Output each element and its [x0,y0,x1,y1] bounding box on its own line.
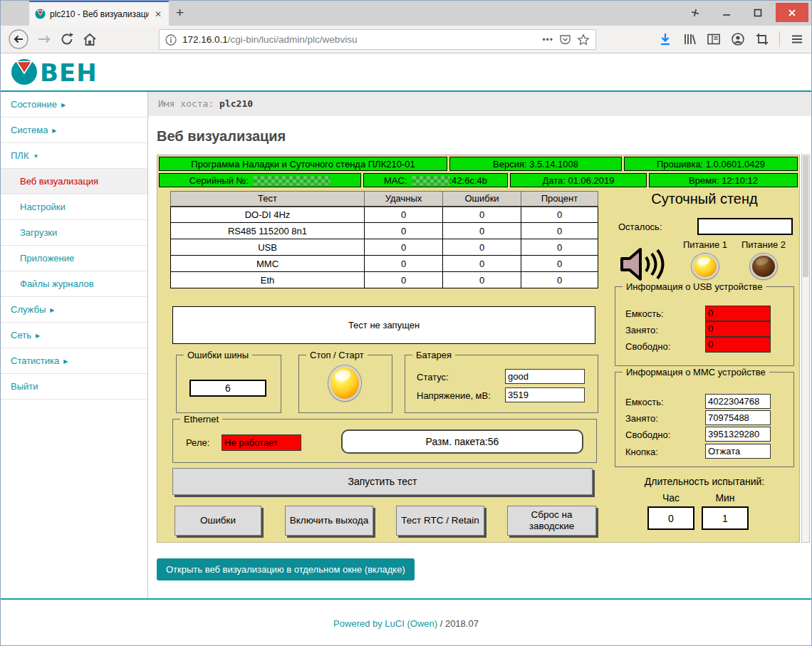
reload-button[interactable] [59,31,75,47]
sidebar-item-downloads[interactable]: Загрузки [1,220,147,246]
sidebar-item-webvisu[interactable]: Веб визуализация [1,169,147,194]
bookmark-star-icon[interactable] [577,33,590,46]
usb-free-field: 0 [705,337,771,353]
remaining-field[interactable] [697,218,793,235]
hostname-value: plc210 [219,98,253,109]
site-header: ВЕН [1,53,811,92]
window-maximize-button[interactable] [744,3,771,22]
bus-errors-legend: Ошибки шины [184,350,252,360]
owen-logo: ВЕН [11,58,107,85]
window-close-button[interactable] [776,3,808,22]
duration-min-label: Мин [703,492,747,504]
table-row: Eth 0 0 0 [171,272,598,288]
chevron-icon: ▶ [52,127,56,134]
factory-reset-button[interactable]: Сброс на заводские [507,506,596,536]
sidebars-button[interactable] [707,32,721,46]
usb-free-label: Свободно: [625,341,670,352]
col-header-percent: Процент [521,192,598,207]
test-table: Тест Удачных Ошибки Процент DO-DI 4Hz 0 … [170,191,598,288]
powered-by-link[interactable]: Powered by LuCI (Owen) [333,618,437,629]
page-content: Имя хоста: plc210 Веб визуализация Прогр… [148,92,811,598]
sidebar-item-services[interactable]: Службы▶ [1,297,147,323]
mmc-capacity-field: 4022304768 [705,394,771,409]
sidebar-item-settings[interactable]: Настройки [1,194,147,220]
screenshot-button[interactable] [755,32,769,46]
table-row: RS485 115200 8n1 0 0 0 [171,223,598,239]
mmc-capacity-label: Емкость: [625,397,664,407]
home-button[interactable] [82,31,98,47]
mmc-button-state-field: Отжата [705,444,771,459]
power2-label: Питание 2 [734,239,793,250]
col-header-test: Тест [171,192,365,207]
run-test-button[interactable]: Запустить тест [172,468,593,495]
webvisu-panel: Программа Наладки и Суточного стенда ПЛК… [157,155,800,543]
mmc-used-field: 70975488 [705,410,771,425]
back-button[interactable] [8,28,29,50]
nav-toolbar: 172.16.0.1/cgi-bin/luci/admin/plc/webvis… [1,26,811,53]
col-header-ok: Удачных [365,192,443,207]
tab-title: plc210 - Веб визуализация - Lu [50,9,149,19]
censored-block [254,176,330,185]
hostname-bar: Имя хоста: plc210 [148,92,811,116]
bus-errors-field[interactable] [189,380,266,397]
sidebar-item-logout[interactable]: Выйти [1,374,147,400]
page-footer: Powered by LuCI (Owen) / 2018.07 [1,598,811,645]
stop-start-group: Стоп / Старт [298,355,392,413]
info-row-2: Серийный №: MAC: :42:6c:4b Дата: 01.06.2… [159,173,798,187]
usb-capacity-field: 0 [705,306,771,321]
usb-info-group: Информация о USB устройстве Емкость: Зан… [615,286,794,366]
sidebar-item-statistics[interactable]: Статистика▶ [1,348,147,374]
account-button[interactable] [731,32,745,46]
firmware-cell: Прошивка: 1.0.0601.0429 [624,157,798,171]
library-button[interactable] [682,32,697,46]
sidebar-item-plc[interactable]: ПЛК▼ [1,143,147,169]
relay-status-field: Не работает [222,434,301,451]
sidebar-item-system[interactable]: Система▶ [1,118,147,143]
program-name-cell: Программа Наладки и Суточного стенда ПЛК… [159,157,447,171]
duration-min-field[interactable] [702,506,749,530]
table-row: USB 0 0 0 [171,239,598,256]
chevron-icon: ▼ [33,153,38,160]
battery-status-label: Статус: [417,372,449,382]
tab-close-icon[interactable]: ✕ [153,9,163,19]
stop-start-legend: Стоп / Старт [306,350,368,360]
open-webvisu-button[interactable]: Открыть веб визуализацию в отдельном окн… [157,558,415,580]
duration-hour-field[interactable] [647,506,694,530]
downloads-button[interactable] [658,32,672,46]
stand-title: Суточный стенд [614,191,795,207]
censored-block [412,176,449,185]
enable-outputs-button[interactable]: Включить выхода [285,506,373,536]
frame-scrollbar[interactable] [801,155,810,543]
sidebar-item-network[interactable]: Сеть▶ [1,323,147,348]
usb-info-legend: Информация о USB устройстве [623,281,766,292]
sidebar-item-log-files[interactable]: Файлы журналов [1,271,147,297]
errors-button[interactable]: Ошибки [175,506,261,536]
pocket-icon[interactable] [559,33,571,46]
url-bar[interactable]: 172.16.0.1/cgi-bin/luci/admin/plc/webvis… [159,29,596,50]
forward-button[interactable] [36,31,52,47]
sidebar-item-status[interactable]: Состояние▶ [1,92,147,118]
window-extra-icon[interactable] [682,3,709,22]
test-rtc-retain-button[interactable]: Тест RTC / Retain [396,506,484,536]
usb-used-field: 0 [705,321,771,337]
footer-version: / 2018.07 [437,618,479,629]
webvisu-frame: Программа Наладки и Суточного стенда ПЛК… [157,155,811,543]
chevron-icon: ▶ [61,102,66,108]
site-info-icon[interactable] [165,34,177,46]
sidebar-item-application[interactable]: Приложение [1,246,147,271]
battery-status-field[interactable] [505,369,585,384]
usb-used-label: Занято: [625,325,658,335]
mmc-button-label: Кнопка: [625,447,658,457]
serial-cell: Серийный №: [159,173,361,187]
scrollbar-thumb[interactable] [803,156,808,277]
browser-tab[interactable]: plc210 - Веб визуализация - Lu ✕ [29,1,169,26]
window-minimize-button[interactable] [713,3,740,22]
duration-title: Длительность испытаний: [615,476,794,487]
battery-group: Батарея Статус: Напряжение, мВ: [405,355,598,413]
new-tab-button[interactable]: + [176,4,184,22]
menu-button[interactable] [790,32,804,46]
page-actions-icon[interactable]: ••• [542,35,553,45]
stop-start-led-button[interactable] [328,365,361,401]
battery-voltage-field[interactable] [505,387,585,402]
version-cell: Версия: 3.5.14.1008 [449,157,622,171]
